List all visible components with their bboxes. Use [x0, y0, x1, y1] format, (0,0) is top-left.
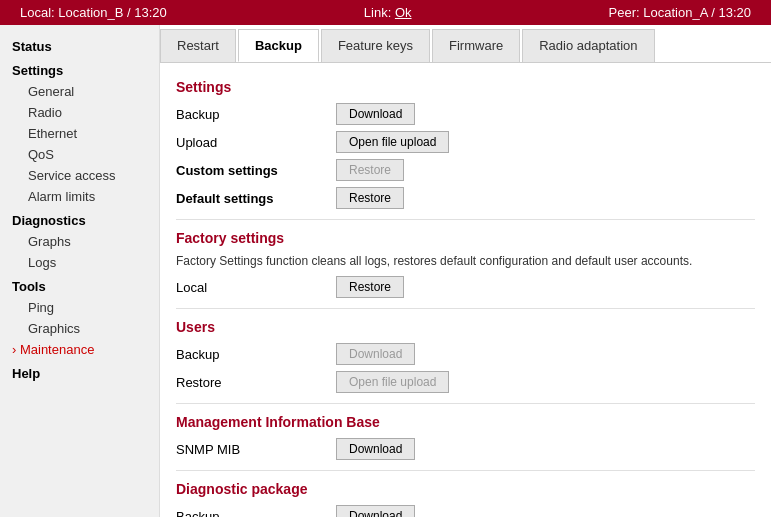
settings-section-heading: Settings [176, 79, 755, 95]
link-label: Link: [364, 5, 391, 20]
link-value[interactable]: Ok [395, 5, 412, 20]
local-info: Local: Location_B / 13:20 [20, 5, 167, 20]
sidebar-item-qos[interactable]: QoS [0, 144, 159, 165]
default-settings-label: Default settings [176, 191, 336, 206]
factory-local-row: Local Restore [176, 276, 755, 298]
users-backup-button[interactable]: Download [336, 343, 415, 365]
sidebar-item-maintenance[interactable]: › Maintenance [0, 339, 159, 360]
factory-section-heading: Factory settings [176, 230, 755, 246]
tab-backup[interactable]: Backup [238, 29, 319, 62]
custom-settings-restore-button[interactable]: Restore [336, 159, 404, 181]
sidebar-item-radio[interactable]: Radio [0, 102, 159, 123]
mib-section-heading: Management Information Base [176, 414, 755, 430]
local-label: Local: [20, 5, 55, 20]
sidebar: Status Settings General Radio Ethernet Q… [0, 25, 160, 517]
sidebar-item-alarm-limits[interactable]: Alarm limits [0, 186, 159, 207]
peer-value: Location_A / 13:20 [643, 5, 751, 20]
tab-firmware[interactable]: Firmware [432, 29, 520, 62]
custom-settings-row: Custom settings Restore [176, 159, 755, 181]
sidebar-help-title[interactable]: Help [0, 360, 159, 384]
factory-restore-button[interactable]: Restore [336, 276, 404, 298]
sep4 [176, 470, 755, 471]
sidebar-item-ethernet[interactable]: Ethernet [0, 123, 159, 144]
mib-download-button[interactable]: Download [336, 438, 415, 460]
top-bar: Local: Location_B / 13:20 Link: Ok Peer:… [0, 0, 771, 25]
factory-desc-text: Factory Settings function cleans all log… [176, 254, 692, 268]
diag-backup-row: Backup Download [176, 505, 755, 517]
mib-row: SNMP MIB Download [176, 438, 755, 460]
custom-settings-label: Custom settings [176, 163, 336, 178]
sidebar-item-graphs[interactable]: Graphs [0, 231, 159, 252]
diag-section-heading: Diagnostic package [176, 481, 755, 497]
link-info: Link: Ok [364, 5, 412, 20]
upload-button[interactable]: Open file upload [336, 131, 449, 153]
tab-radio-adaptation[interactable]: Radio adaptation [522, 29, 654, 62]
factory-desc: Factory Settings function cleans all log… [176, 254, 755, 268]
default-settings-restore-button[interactable]: Restore [336, 187, 404, 209]
sidebar-item-general[interactable]: General [0, 81, 159, 102]
sep3 [176, 403, 755, 404]
default-settings-row: Default settings Restore [176, 187, 755, 209]
content-area: Restart Backup Feature keys Firmware Rad… [160, 25, 771, 517]
main-layout: Status Settings General Radio Ethernet Q… [0, 25, 771, 517]
sidebar-settings-title[interactable]: Settings [0, 57, 159, 81]
users-section-heading: Users [176, 319, 755, 335]
upload-row: Upload Open file upload [176, 131, 755, 153]
peer-info: Peer: Location_A / 13:20 [609, 5, 751, 20]
users-backup-row: Backup Download [176, 343, 755, 365]
tab-bar: Restart Backup Feature keys Firmware Rad… [160, 25, 771, 63]
tab-feature-keys[interactable]: Feature keys [321, 29, 430, 62]
sidebar-tools-title[interactable]: Tools [0, 273, 159, 297]
factory-local-label: Local [176, 280, 336, 295]
mib-label: SNMP MIB [176, 442, 336, 457]
sidebar-diagnostics-title[interactable]: Diagnostics [0, 207, 159, 231]
peer-label: Peer: [609, 5, 640, 20]
diag-download-button[interactable]: Download [336, 505, 415, 517]
sep2 [176, 308, 755, 309]
sidebar-item-ping[interactable]: Ping [0, 297, 159, 318]
sidebar-item-logs[interactable]: Logs [0, 252, 159, 273]
diag-backup-label: Backup [176, 509, 336, 518]
users-restore-row: Restore Open file upload [176, 371, 755, 393]
content-scroll: Settings Backup Download Upload Open fil… [160, 63, 771, 517]
backup-label: Backup [176, 107, 336, 122]
tab-restart[interactable]: Restart [160, 29, 236, 62]
backup-download-button[interactable]: Download [336, 103, 415, 125]
upload-label: Upload [176, 135, 336, 150]
sidebar-status-title[interactable]: Status [0, 33, 159, 57]
sidebar-item-graphics[interactable]: Graphics [0, 318, 159, 339]
users-backup-label: Backup [176, 347, 336, 362]
sep1 [176, 219, 755, 220]
backup-row: Backup Download [176, 103, 755, 125]
users-restore-label: Restore [176, 375, 336, 390]
sidebar-item-service-access[interactable]: Service access [0, 165, 159, 186]
users-restore-button[interactable]: Open file upload [336, 371, 449, 393]
local-value: Location_B / 13:20 [58, 5, 166, 20]
